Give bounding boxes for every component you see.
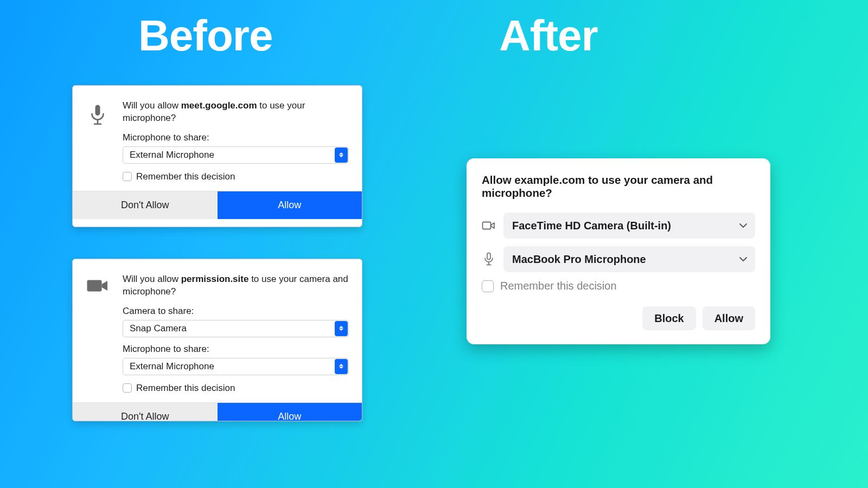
remember-checkbox[interactable] <box>482 280 494 292</box>
popup-topbar <box>73 86 362 93</box>
camera-select[interactable]: Snap Camera <box>123 320 349 337</box>
popup-topbar <box>73 259 362 267</box>
microphone-select[interactable]: MacBook Pro Microphone <box>503 246 755 272</box>
permission-icon-container <box>86 273 110 398</box>
prompt-prefix: Will you allow <box>123 100 181 111</box>
popup-arrow <box>97 85 108 86</box>
prompt-site: permission.site <box>181 274 249 284</box>
chevron-updown-icon <box>335 359 348 374</box>
camera-select-value: Snap Camera <box>130 323 187 334</box>
svg-rect-4 <box>483 222 491 229</box>
svg-rect-3 <box>87 280 102 292</box>
microphone-icon <box>88 104 107 187</box>
svg-rect-0 <box>95 105 100 116</box>
remember-label: Remember this decision <box>500 280 617 292</box>
microphone-icon <box>482 252 496 266</box>
remember-checkbox[interactable] <box>123 383 132 393</box>
allow-button[interactable]: Allow <box>703 306 755 330</box>
old-permission-popup-mic: Will you allow meet.google.com to use yo… <box>72 85 362 227</box>
permission-prompt-text: Will you allow meet.google.com to use yo… <box>123 100 349 125</box>
heading-before: Before <box>138 11 272 61</box>
remember-checkbox[interactable] <box>123 172 132 181</box>
permission-prompt-title: Allow example.com to use your camera and… <box>482 174 755 200</box>
prompt-site: meet.google.com <box>181 100 257 111</box>
block-button[interactable]: Block <box>642 306 695 330</box>
microphone-select-label: Microphone to share: <box>123 344 349 355</box>
permission-prompt-text: Will you allow permission.site to use yo… <box>123 273 349 298</box>
microphone-select-value: External Microphone <box>130 150 214 160</box>
allow-button[interactable]: Allow <box>218 191 362 219</box>
chevron-updown-icon <box>335 147 348 163</box>
old-permission-popup-cam-mic: Will you allow permission.site to use yo… <box>72 259 362 421</box>
popup-arrow <box>97 259 108 259</box>
svg-rect-5 <box>487 253 490 260</box>
new-permission-popup: Allow example.com to use your camera and… <box>467 158 770 344</box>
dont-allow-button[interactable]: Don't Allow <box>73 403 218 421</box>
camera-select-value: FaceTime HD Camera (Built-in) <box>512 220 671 232</box>
remember-label: Remember this decision <box>136 171 235 182</box>
microphone-select[interactable]: External Microphone <box>123 146 349 164</box>
allow-button[interactable]: Allow <box>218 403 362 421</box>
microphone-select[interactable]: External Microphone <box>123 358 349 375</box>
remember-label: Remember this decision <box>136 383 235 394</box>
camera-select-label: Camera to share: <box>123 306 349 317</box>
camera-icon <box>482 219 496 233</box>
microphone-select-value: MacBook Pro Microphone <box>512 253 646 266</box>
microphone-select-value: External Microphone <box>130 361 214 372</box>
prompt-prefix: Will you allow <box>123 274 181 284</box>
microphone-select-label: Microphone to share: <box>123 132 349 143</box>
dont-allow-button[interactable]: Don't Allow <box>73 191 218 219</box>
camera-icon <box>86 278 109 398</box>
permission-icon-container <box>86 100 110 187</box>
chevron-updown-icon <box>335 321 348 336</box>
heading-after: After <box>499 11 598 61</box>
chevron-down-icon <box>739 223 748 228</box>
camera-select[interactable]: FaceTime HD Camera (Built-in) <box>503 213 755 239</box>
chevron-down-icon <box>739 256 748 262</box>
